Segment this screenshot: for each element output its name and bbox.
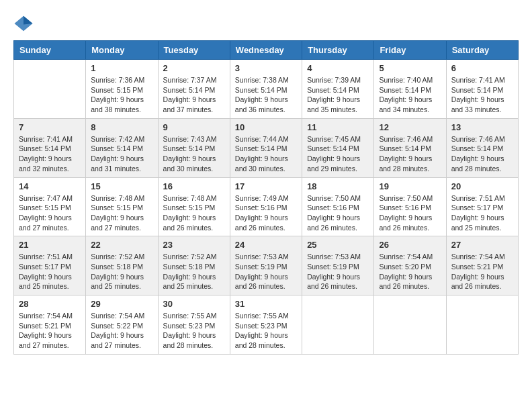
calendar-cell: 25Sunrise: 7:53 AMSunset: 5:19 PMDayligh… (302, 236, 374, 295)
day-info: Sunrise: 7:51 AMSunset: 5:17 PMDaylight:… (451, 193, 513, 233)
calendar-cell: 12Sunrise: 7:46 AMSunset: 5:14 PMDayligh… (374, 118, 446, 177)
day-info: Sunrise: 7:41 AMSunset: 5:14 PMDaylight:… (19, 134, 81, 174)
day-info: Sunrise: 7:53 AMSunset: 5:19 PMDaylight:… (235, 252, 297, 291)
calendar-cell: 10Sunrise: 7:44 AMSunset: 5:14 PMDayligh… (230, 118, 302, 177)
day-number: 19 (379, 181, 441, 191)
calendar-header: SundayMondayTuesdayWednesdayThursdayFrid… (14, 41, 519, 60)
day-number: 12 (379, 122, 441, 132)
calendar-day-header: Tuesday (158, 41, 230, 60)
calendar-cell: 7Sunrise: 7:41 AMSunset: 5:14 PMDaylight… (14, 118, 86, 177)
day-info: Sunrise: 7:51 AMSunset: 5:17 PMDaylight:… (19, 252, 81, 291)
day-number: 27 (451, 240, 513, 250)
day-number: 13 (451, 122, 513, 132)
calendar-cell: 16Sunrise: 7:48 AMSunset: 5:15 PMDayligh… (158, 177, 230, 236)
calendar-cell: 31Sunrise: 7:55 AMSunset: 5:23 PMDayligh… (230, 295, 302, 355)
calendar-week-row: 28Sunrise: 7:54 AMSunset: 5:21 PMDayligh… (14, 295, 519, 355)
calendar-cell: 2Sunrise: 7:37 AMSunset: 5:14 PMDaylight… (158, 60, 230, 119)
calendar-cell: 23Sunrise: 7:52 AMSunset: 5:18 PMDayligh… (158, 236, 230, 295)
calendar-cell (446, 295, 518, 355)
calendar-cell: 22Sunrise: 7:52 AMSunset: 5:18 PMDayligh… (86, 236, 158, 295)
day-number: 23 (163, 240, 225, 250)
calendar-cell: 8Sunrise: 7:42 AMSunset: 5:14 PMDaylight… (86, 118, 158, 177)
calendar-body: 1Sunrise: 7:36 AMSunset: 5:15 PMDaylight… (14, 60, 519, 355)
calendar-cell: 27Sunrise: 7:54 AMSunset: 5:21 PMDayligh… (446, 236, 518, 295)
calendar-cell: 11Sunrise: 7:45 AMSunset: 5:14 PMDayligh… (302, 118, 374, 177)
calendar-cell: 6Sunrise: 7:41 AMSunset: 5:14 PMDaylight… (446, 60, 518, 119)
calendar-cell: 29Sunrise: 7:54 AMSunset: 5:22 PMDayligh… (86, 295, 158, 355)
day-number: 5 (379, 63, 441, 73)
day-info: Sunrise: 7:52 AMSunset: 5:18 PMDaylight:… (163, 252, 225, 291)
day-info: Sunrise: 7:48 AMSunset: 5:15 PMDaylight:… (163, 193, 225, 233)
day-info: Sunrise: 7:49 AMSunset: 5:16 PMDaylight:… (235, 193, 297, 233)
day-info: Sunrise: 7:45 AMSunset: 5:14 PMDaylight:… (307, 134, 369, 174)
day-info: Sunrise: 7:50 AMSunset: 5:16 PMDaylight:… (379, 193, 441, 233)
calendar-cell: 1Sunrise: 7:36 AMSunset: 5:15 PMDaylight… (86, 60, 158, 119)
day-info: Sunrise: 7:54 AMSunset: 5:20 PMDaylight:… (379, 252, 441, 291)
calendar-cell: 28Sunrise: 7:54 AMSunset: 5:21 PMDayligh… (14, 295, 86, 355)
calendar-week-row: 7Sunrise: 7:41 AMSunset: 5:14 PMDaylight… (14, 118, 519, 177)
day-number: 2 (163, 63, 225, 73)
day-number: 21 (19, 240, 81, 250)
day-info: Sunrise: 7:40 AMSunset: 5:14 PMDaylight:… (379, 75, 441, 115)
day-info: Sunrise: 7:39 AMSunset: 5:14 PMDaylight:… (307, 75, 369, 115)
day-info: Sunrise: 7:53 AMSunset: 5:19 PMDaylight:… (307, 252, 369, 291)
day-info: Sunrise: 7:43 AMSunset: 5:14 PMDaylight:… (163, 134, 225, 174)
calendar-header-row: SundayMondayTuesdayWednesdayThursdayFrid… (14, 41, 519, 60)
calendar-cell: 24Sunrise: 7:53 AMSunset: 5:19 PMDayligh… (230, 236, 302, 295)
day-info: Sunrise: 7:54 AMSunset: 5:22 PMDaylight:… (91, 311, 152, 351)
logo-icon (13, 13, 34, 34)
day-number: 4 (307, 63, 369, 73)
day-number: 17 (235, 181, 297, 191)
day-number: 22 (91, 240, 152, 250)
calendar-day-header: Thursday (302, 41, 374, 60)
calendar-cell: 21Sunrise: 7:51 AMSunset: 5:17 PMDayligh… (14, 236, 86, 295)
svg-marker-1 (24, 16, 33, 25)
day-number: 16 (163, 181, 225, 191)
day-number: 3 (235, 63, 297, 73)
calendar-cell: 3Sunrise: 7:38 AMSunset: 5:14 PMDaylight… (230, 60, 302, 119)
day-info: Sunrise: 7:42 AMSunset: 5:14 PMDaylight:… (91, 134, 152, 174)
day-info: Sunrise: 7:52 AMSunset: 5:18 PMDaylight:… (91, 252, 152, 291)
day-info: Sunrise: 7:50 AMSunset: 5:16 PMDaylight:… (307, 193, 369, 233)
logo (13, 13, 37, 34)
calendar-table: SundayMondayTuesdayWednesdayThursdayFrid… (13, 40, 519, 355)
calendar-day-header: Friday (374, 41, 446, 60)
day-info: Sunrise: 7:55 AMSunset: 5:23 PMDaylight:… (163, 311, 225, 351)
day-info: Sunrise: 7:54 AMSunset: 5:21 PMDaylight:… (451, 252, 513, 291)
calendar-week-row: 14Sunrise: 7:47 AMSunset: 5:15 PMDayligh… (14, 177, 519, 236)
calendar-day-header: Wednesday (230, 41, 302, 60)
day-number: 1 (91, 63, 152, 73)
calendar-cell: 18Sunrise: 7:50 AMSunset: 5:16 PMDayligh… (302, 177, 374, 236)
calendar-cell: 9Sunrise: 7:43 AMSunset: 5:14 PMDaylight… (158, 118, 230, 177)
day-number: 18 (307, 181, 369, 191)
calendar-cell: 14Sunrise: 7:47 AMSunset: 5:15 PMDayligh… (14, 177, 86, 236)
day-info: Sunrise: 7:48 AMSunset: 5:15 PMDaylight:… (91, 193, 152, 233)
day-number: 8 (91, 122, 152, 132)
day-number: 31 (235, 299, 297, 309)
day-number: 30 (163, 299, 225, 309)
day-number: 14 (19, 181, 81, 191)
day-number: 24 (235, 240, 297, 250)
calendar-day-header: Monday (86, 41, 158, 60)
calendar-week-row: 1Sunrise: 7:36 AMSunset: 5:15 PMDaylight… (14, 60, 519, 119)
day-info: Sunrise: 7:54 AMSunset: 5:21 PMDaylight:… (19, 311, 81, 351)
day-number: 20 (451, 181, 513, 191)
day-number: 9 (163, 122, 225, 132)
calendar-cell: 20Sunrise: 7:51 AMSunset: 5:17 PMDayligh… (446, 177, 518, 236)
day-number: 10 (235, 122, 297, 132)
calendar-cell: 19Sunrise: 7:50 AMSunset: 5:16 PMDayligh… (374, 177, 446, 236)
calendar-cell (374, 295, 446, 355)
day-number: 11 (307, 122, 369, 132)
day-info: Sunrise: 7:47 AMSunset: 5:15 PMDaylight:… (19, 193, 81, 233)
calendar-cell: 15Sunrise: 7:48 AMSunset: 5:15 PMDayligh… (86, 177, 158, 236)
day-info: Sunrise: 7:38 AMSunset: 5:14 PMDaylight:… (235, 75, 297, 115)
day-number: 26 (379, 240, 441, 250)
day-number: 15 (91, 181, 152, 191)
day-info: Sunrise: 7:55 AMSunset: 5:23 PMDaylight:… (235, 311, 297, 351)
calendar-cell: 17Sunrise: 7:49 AMSunset: 5:16 PMDayligh… (230, 177, 302, 236)
calendar-day-header: Sunday (14, 41, 86, 60)
calendar-cell: 13Sunrise: 7:46 AMSunset: 5:14 PMDayligh… (446, 118, 518, 177)
day-info: Sunrise: 7:46 AMSunset: 5:14 PMDaylight:… (379, 134, 441, 174)
calendar-cell: 30Sunrise: 7:55 AMSunset: 5:23 PMDayligh… (158, 295, 230, 355)
day-info: Sunrise: 7:41 AMSunset: 5:14 PMDaylight:… (451, 75, 513, 115)
